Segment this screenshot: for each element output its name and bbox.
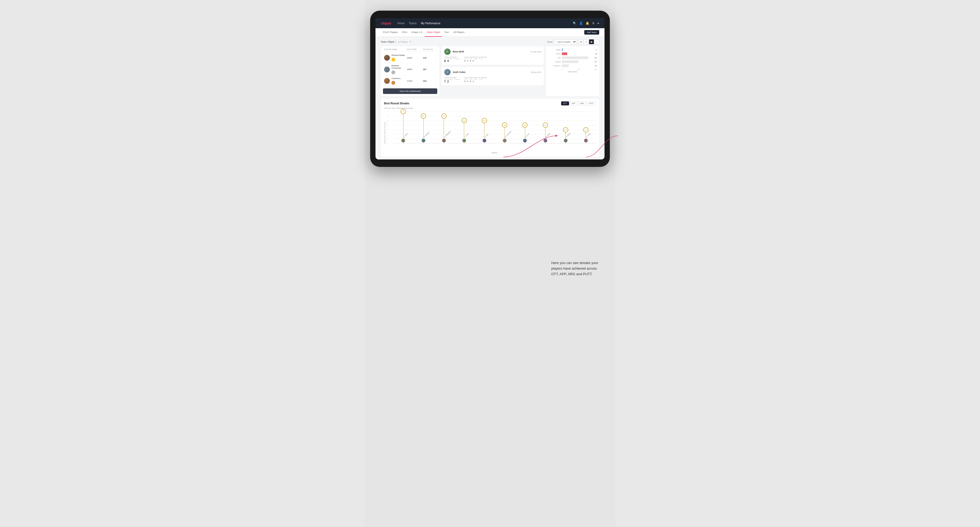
- user-icon[interactable]: 👤: [579, 22, 583, 25]
- tab-app[interactable]: APP: [570, 102, 578, 105]
- chart-column-0: 7xE. Ebert: [393, 111, 413, 143]
- axis-400: 400: [594, 69, 597, 70]
- tab-arg[interactable]: ARG: [578, 102, 586, 105]
- nav-my-performance[interactable]: My Performance: [421, 22, 440, 25]
- settings-icon[interactable]: ⚙: [592, 22, 595, 25]
- tab-pgat-players[interactable]: PGAT Players: [381, 28, 400, 37]
- team-header: Team Clippd | 14 Players ✎ Show Last 3 m…: [381, 40, 599, 44]
- nav-teams[interactable]: Teams: [409, 22, 417, 25]
- tab-all-players[interactable]: All Players: [451, 28, 467, 37]
- player-name-cameron: Cameron...: [391, 77, 402, 79]
- player-name-label-4: R. Britt: [484, 133, 488, 138]
- chart-bubble-8: 3x: [563, 127, 568, 133]
- app-logo: clippd: [381, 21, 391, 25]
- team-name: Team Clippd: [381, 40, 394, 43]
- nav-bar: clippd Home Teams My Performance 🔍 👤 🔔 ⚙…: [375, 18, 605, 28]
- player-name-label-6: D. Ford: [525, 133, 530, 138]
- ott-val-josh: 0: [464, 80, 465, 83]
- table-row: Edward Crossman 2 18/20 107: [383, 63, 437, 76]
- edit-icon[interactable]: ✎: [410, 40, 412, 43]
- axis-0: 0: [562, 69, 563, 70]
- bar-chart-x-label: Total Shots: [548, 71, 597, 73]
- content-grid: PLAYER NAME PB SCORE PB AVG SQ: [381, 46, 599, 96]
- chart-bubble-7: 4x: [543, 122, 548, 128]
- bar-value-bogeys: 311: [594, 61, 597, 62]
- chart-column-3: 5xJ. Coles: [454, 111, 474, 143]
- streaks-tabs: OTT APP ARG PUTT: [561, 102, 596, 105]
- team-players-count: |: [396, 40, 396, 43]
- rank-badge-3: 3: [391, 81, 395, 85]
- app-val-josh: 0: [467, 80, 468, 83]
- tournament-rounds-rees: 8: [444, 60, 446, 62]
- team-title: Team Clippd | 14 Players ✎: [381, 40, 412, 43]
- tab-tour[interactable]: Tour: [442, 28, 451, 37]
- bell-icon[interactable]: 🔔: [585, 22, 589, 25]
- lb-score-1: 19/20: [407, 57, 423, 59]
- tab-putt[interactable]: PUTT: [587, 102, 596, 105]
- tab-hcaps[interactable]: Hcaps 1-5: [409, 28, 425, 37]
- bar-container-bogeys: [562, 60, 593, 63]
- chart-wrapper: Best Streak, Fairway Accuracy 7 6: [384, 111, 596, 154]
- arg-val-rees: 0: [470, 60, 471, 62]
- chart-player-avatar-8: [564, 139, 568, 142]
- chart-player-avatar-5: [503, 139, 506, 142]
- bar-container-birdies: [562, 52, 594, 55]
- nav-right: 🔍 👤 🔔 ⚙ ●: [573, 22, 599, 25]
- player-name-label-8: R. Butler: [566, 133, 571, 138]
- table-row: Richard Butler 1 19/20 110: [383, 53, 437, 63]
- period-select[interactable]: Last 3 months Last 6 months Last year: [554, 40, 577, 44]
- nav-home[interactable]: Home: [397, 22, 404, 25]
- lb-player-3: Cameron... 3: [384, 77, 407, 85]
- account-icon[interactable]: ●: [597, 22, 599, 25]
- tab-pga[interactable]: PGA: [400, 28, 409, 37]
- chart-area: 7 6 5 4: [387, 111, 596, 154]
- rounds-group-josh: Total Rounds Tournament Practice 7 2: [444, 77, 460, 83]
- lb-score-3: 17/20: [407, 80, 423, 82]
- chart-column-1: 6xB. McHerg: [413, 111, 434, 143]
- card-name-josh: Josh Coles: [453, 71, 466, 73]
- app-val-rees: 0: [467, 60, 468, 62]
- rounds-group-rees: Total Rounds Tournament Practice 8 4: [444, 56, 460, 62]
- grid-view-btn[interactable]: ⊞: [578, 40, 583, 44]
- chart-player-avatar-4: [482, 139, 486, 142]
- table-view-btn[interactable]: ↕: [594, 40, 599, 44]
- annotation-text: Here you can see streaks your players ha…: [551, 260, 599, 277]
- search-icon[interactable]: 🔍: [573, 22, 577, 25]
- card-header-rees: R Rees Britt 02 Sep 2023: [444, 48, 541, 55]
- team-controls: Show Last 3 months Last 6 months Last ye…: [547, 40, 599, 44]
- y-axis-label: Best Streak, Fairway Accuracy: [384, 122, 386, 143]
- add-team-button[interactable]: Add Team: [584, 30, 599, 35]
- annotation-block: Here you can see streaks your players ha…: [551, 260, 599, 277]
- card-stats-rees: Total Rounds Tournament Practice 8 4: [444, 56, 541, 62]
- practice-group-josh: Total Practice Activities OTT APP ARG PU…: [464, 77, 487, 83]
- tab-team-clippd[interactable]: Team Clippd: [425, 28, 442, 37]
- card-date-rees: 02 Sep 2023: [530, 51, 541, 53]
- bar-fill-bogeys: [562, 60, 578, 63]
- streaks-subtitle: Off The Tee, Fairway Accuracy: [384, 107, 596, 110]
- tablet-screen: clippd Home Teams My Performance 🔍 👤 🔔 ⚙…: [375, 18, 605, 159]
- chart-bubble-0: 7x: [401, 109, 406, 114]
- arg-val-josh: 0: [470, 80, 471, 83]
- avatar-edward: [384, 67, 390, 72]
- lb-col-player: PLAYER NAME: [384, 48, 407, 50]
- leaderboard-panel: PLAYER NAME PB SCORE PB AVG SQ: [381, 46, 439, 96]
- lb-col-score: PB SCORE: [407, 48, 423, 50]
- list-view-btn[interactable]: ≡: [584, 40, 589, 44]
- chart-column-6: 4xD. Ford: [515, 111, 535, 143]
- view-leaderboard-button[interactable]: View Full Leaderboard: [383, 88, 437, 94]
- bar-label-eagles: Eagles: [548, 49, 561, 51]
- bar-axis: 0 200 400: [548, 69, 597, 70]
- tab-ott[interactable]: OTT: [561, 102, 569, 105]
- rank-badge-2: 2: [391, 71, 395, 74]
- chart-column-8: 3xR. Butler: [555, 111, 576, 143]
- practice-group-rees: Total Practice Activities OTT APP ARG PU…: [464, 56, 487, 62]
- player-name-label-3: J. Coles: [464, 133, 469, 138]
- avatar-cameron: [384, 78, 390, 84]
- chart-bubble-9: 3x: [583, 127, 589, 133]
- lb-header: PLAYER NAME PB SCORE PB AVG SQ: [383, 48, 437, 52]
- bar-chart-panel: Eagles 3 Birdies: [546, 46, 599, 96]
- bar-row-dbogeys: D. Bogeys + 131: [548, 64, 597, 67]
- card-view-btn[interactable]: ▦: [589, 40, 594, 44]
- card-date-josh: 26 Aug 2023: [531, 71, 541, 73]
- chart-columns: 7xE. Ebert6xB. McHerg6xD. Billingham5xJ.…: [393, 111, 596, 143]
